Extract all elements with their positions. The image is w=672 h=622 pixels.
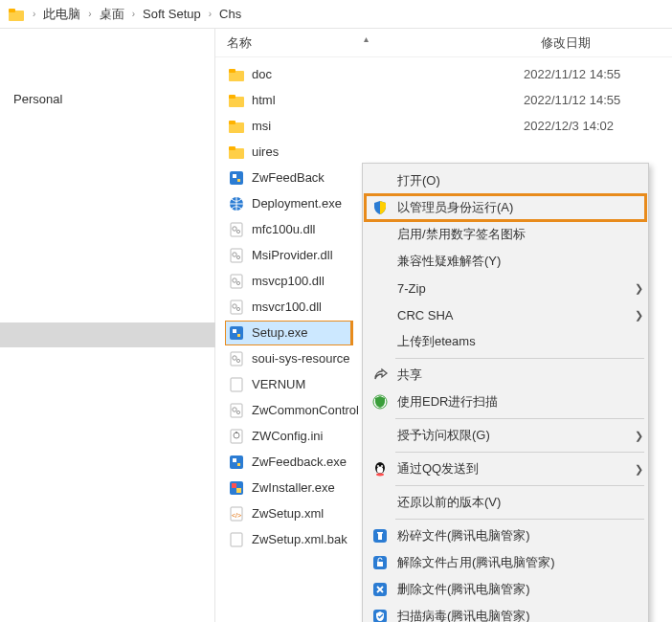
chevron-right-icon: › [88, 9, 91, 19]
chevron-right-icon: › [132, 9, 135, 19]
breadcrumb[interactable]: › 此电脑 › 桌面 › Soft Setup › Chs [0, 0, 672, 29]
menu-item[interactable]: 粉碎文件(腾讯电脑管家) [365, 522, 646, 549]
ini-icon [227, 427, 246, 446]
crumb-1[interactable]: 桌面 [100, 6, 124, 23]
tm-del-icon [370, 580, 390, 599]
chevron-right-icon: ❯ [631, 463, 646, 476]
menu-item[interactable]: 共享 [365, 362, 646, 389]
menu-item-label: 通过QQ发送到 [397, 460, 631, 478]
sidebar-item-label: Personal [13, 92, 62, 106]
menu-item[interactable]: 解除文件占用(腾讯电脑管家) [365, 549, 646, 576]
blank-icon [370, 426, 390, 445]
file-row[interactable]: doc2022/11/12 14:55 [215, 61, 672, 87]
column-name[interactable]: ▴ 名称 [215, 34, 541, 52]
menu-item-label: CRC SHA [397, 308, 631, 322]
menu-item[interactable]: 兼容性疑难解答(Y) [365, 248, 646, 275]
file-name: ZwFeedBack [252, 170, 325, 185]
chevron-right-icon: › [209, 9, 212, 19]
column-headers[interactable]: ▴ 名称 修改日期 [215, 29, 672, 57]
tm-unlock-icon [370, 553, 390, 572]
svg-rect-28 [237, 334, 240, 337]
folder-icon [227, 91, 246, 110]
file-date: 2022/11/12 14:55 [524, 93, 620, 107]
svg-rect-38 [235, 432, 237, 433]
dll-icon [227, 220, 246, 239]
svg-rect-7 [229, 121, 235, 124]
menu-item[interactable]: 使用EDR进行扫描 [365, 389, 646, 415]
menu-item-label: 上传到eteams [397, 333, 646, 350]
svg-rect-3 [229, 69, 235, 73]
file-name: ZwCommonControl [252, 403, 359, 417]
sort-asc-icon: ▴ [364, 33, 369, 44]
dll-icon [227, 246, 246, 265]
file-name: msi [252, 119, 271, 133]
svg-point-52 [381, 465, 383, 467]
context-menu: 打开(O)以管理员身份运行(A)启用/禁用数字签名图标兼容性疑难解答(Y)7-Z… [362, 163, 649, 622]
svg-rect-40 [233, 458, 236, 462]
globe-icon [227, 194, 246, 213]
column-date[interactable]: 修改日期 [541, 34, 672, 52]
menu-separator [395, 485, 644, 486]
file-name: Deployment.exe [252, 196, 342, 211]
tm-blue-icon [370, 526, 390, 545]
exe-multi-icon [227, 478, 246, 498]
column-date-label: 修改日期 [541, 35, 591, 50]
menu-item-label: 启用/禁用数字签名图标 [397, 226, 646, 243]
shield-icon [370, 198, 390, 217]
menu-item-label: 扫描病毒(腾讯电脑管家) [397, 608, 646, 622]
menu-item-label: 以管理员身份运行(A) [397, 199, 646, 216]
file-date: 2022/11/12 14:55 [524, 67, 620, 81]
svg-rect-11 [233, 174, 236, 178]
menu-item[interactable]: 通过QQ发送到❯ [365, 455, 646, 482]
chevron-right-icon: ❯ [631, 309, 646, 322]
svg-rect-58 [377, 562, 383, 566]
menu-item[interactable]: 删除文件(腾讯电脑管家) [365, 576, 646, 603]
file-name: ZwFeedback.exe [252, 455, 347, 469]
menu-item[interactable]: 上传到eteams [365, 328, 646, 355]
menu-item[interactable]: 以管理员身份运行(A) [365, 194, 646, 221]
svg-point-51 [377, 465, 379, 467]
svg-rect-44 [236, 488, 241, 493]
menu-item[interactable]: 启用/禁用数字签名图标 [365, 221, 646, 248]
menu-item[interactable]: 授予访问权限(G)❯ [365, 422, 646, 449]
chevron-right-icon: ❯ [631, 282, 646, 295]
menu-item[interactable]: CRC SHA❯ [365, 301, 646, 328]
file-row[interactable]: uires [215, 139, 672, 165]
blank-icon [370, 252, 390, 271]
menu-item-label: 授予访问权限(G) [397, 427, 631, 444]
menu-item[interactable]: 扫描病毒(腾讯电脑管家) [365, 603, 646, 622]
sidebar-item-personal[interactable]: Personal [0, 86, 214, 112]
file-name: VERNUM [252, 377, 305, 391]
file-name: doc [252, 67, 272, 81]
svg-rect-56 [377, 532, 383, 534]
tm-scan-icon [370, 607, 390, 622]
menu-separator [395, 452, 644, 453]
folder-icon [227, 65, 246, 84]
file-name: soui-sys-resource [252, 351, 350, 366]
svg-rect-5 [229, 95, 235, 99]
menu-item-label: 解除文件占用(腾讯电脑管家) [397, 554, 646, 571]
folder-icon [8, 6, 25, 23]
file-name: ZWConfig.ini [252, 429, 323, 443]
exe-blue-icon [227, 453, 246, 472]
menu-item-label: 7-Zip [397, 281, 631, 296]
menu-item-label: 兼容性疑难解答(Y) [397, 253, 646, 270]
svg-rect-9 [229, 146, 235, 150]
exe-blue-icon [227, 323, 246, 343]
menu-item[interactable]: 打开(O) [365, 167, 646, 194]
folder-icon [227, 143, 246, 162]
menu-item[interactable]: 还原以前的版本(V) [365, 489, 646, 516]
crumb-3[interactable]: Chs [219, 7, 241, 21]
file-name: uires [252, 144, 279, 159]
svg-point-50 [377, 467, 383, 474]
menu-separator [395, 418, 644, 419]
sidebar-item-selected[interactable] [0, 322, 215, 347]
file-row[interactable]: msi2022/12/3 14:02 [215, 113, 672, 139]
file-row[interactable]: html2022/11/12 14:55 [215, 87, 672, 113]
menu-item[interactable]: 7-Zip❯ [365, 275, 646, 301]
dll-icon [227, 401, 246, 420]
svg-point-53 [376, 474, 384, 477]
edr-icon [370, 392, 390, 411]
crumb-2[interactable]: Soft Setup [143, 7, 201, 21]
crumb-0[interactable]: 此电脑 [43, 6, 80, 23]
